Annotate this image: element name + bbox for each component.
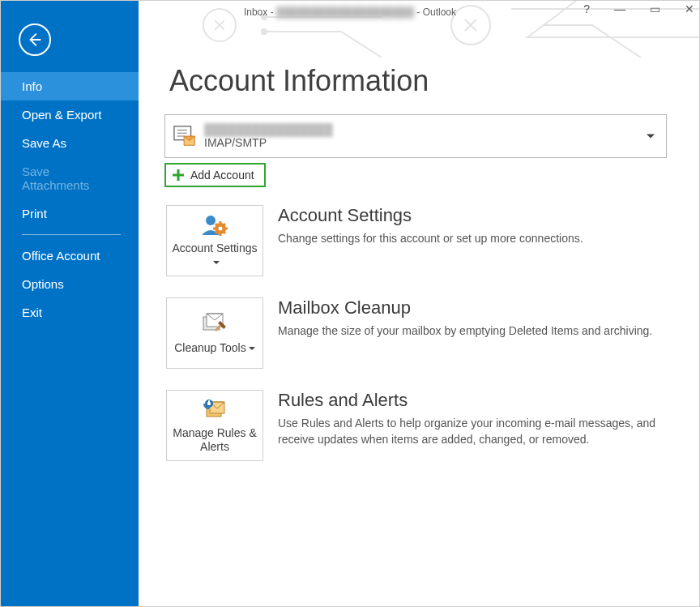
svg-line-18 bbox=[224, 232, 225, 233]
backstage-sidebar: Info Open & Export Save As Save Attachme… bbox=[1, 1, 139, 606]
section-heading: Rules and Alerts bbox=[278, 390, 667, 411]
manage-rules-alerts-button[interactable]: Manage Rules & Alerts bbox=[166, 390, 263, 461]
svg-rect-30 bbox=[207, 402, 211, 405]
svg-point-12 bbox=[219, 227, 223, 231]
cleanup-tools-button[interactable]: Cleanup Tools bbox=[166, 297, 263, 369]
page-title: Account Information bbox=[139, 1, 699, 114]
section-heading: Account Settings bbox=[278, 205, 583, 226]
section-rules-alerts: Manage Rules & Alerts Rules and Alerts U… bbox=[166, 390, 667, 461]
svg-rect-31 bbox=[208, 400, 210, 402]
section-description: Change settings for this account or set … bbox=[278, 231, 583, 247]
svg-point-10 bbox=[206, 216, 216, 225]
add-account-button[interactable]: Add Account bbox=[164, 163, 266, 187]
sidebar-item-save-as[interactable]: Save As bbox=[1, 129, 139, 157]
chevron-down-icon bbox=[647, 135, 655, 139]
section-account-settings: Account Settings Account Settings Change… bbox=[166, 205, 667, 276]
sidebar-item-save-attachments: Save Attachments bbox=[1, 157, 139, 199]
back-button[interactable] bbox=[19, 24, 51, 56]
sidebar-item-info[interactable]: Info bbox=[1, 72, 139, 100]
sidebar-item-print[interactable]: Print bbox=[1, 199, 139, 228]
back-arrow-icon bbox=[26, 31, 44, 49]
mail-account-icon bbox=[173, 124, 198, 148]
add-account-label: Add Account bbox=[190, 169, 254, 182]
sidebar-item-office-account[interactable]: Office Account bbox=[1, 242, 139, 270]
rules-alerts-icon bbox=[200, 397, 229, 421]
sidebar-item-open-export[interactable]: Open & Export bbox=[1, 100, 139, 129]
account-name: ████████████████ bbox=[204, 123, 333, 136]
svg-line-17 bbox=[216, 224, 217, 225]
account-type: IMAP/SMTP bbox=[204, 136, 333, 149]
chevron-down-icon bbox=[249, 347, 255, 350]
svg-line-19 bbox=[224, 224, 225, 225]
account-settings-button[interactable]: Account Settings bbox=[166, 205, 263, 276]
plus-icon bbox=[171, 168, 186, 182]
account-settings-icon bbox=[200, 212, 229, 237]
chevron-down-icon bbox=[213, 261, 220, 264]
sidebar-item-options[interactable]: Options bbox=[1, 270, 139, 298]
section-description: Manage the size of your mailbox by empty… bbox=[278, 323, 652, 340]
sidebar-item-exit[interactable]: Exit bbox=[1, 298, 139, 327]
section-description: Use Rules and Alerts to help organize yo… bbox=[278, 416, 667, 447]
cleanup-tools-icon bbox=[200, 312, 229, 336]
account-dropdown[interactable]: ████████████████ IMAP/SMTP bbox=[164, 114, 667, 158]
sidebar-divider bbox=[22, 234, 121, 235]
svg-line-20 bbox=[216, 232, 217, 233]
content-area: Account Information ████████████████ IMA… bbox=[139, 1, 699, 606]
section-heading: Mailbox Cleanup bbox=[278, 297, 652, 318]
section-mailbox-cleanup: Cleanup Tools Mailbox Cleanup Manage the… bbox=[166, 297, 667, 369]
